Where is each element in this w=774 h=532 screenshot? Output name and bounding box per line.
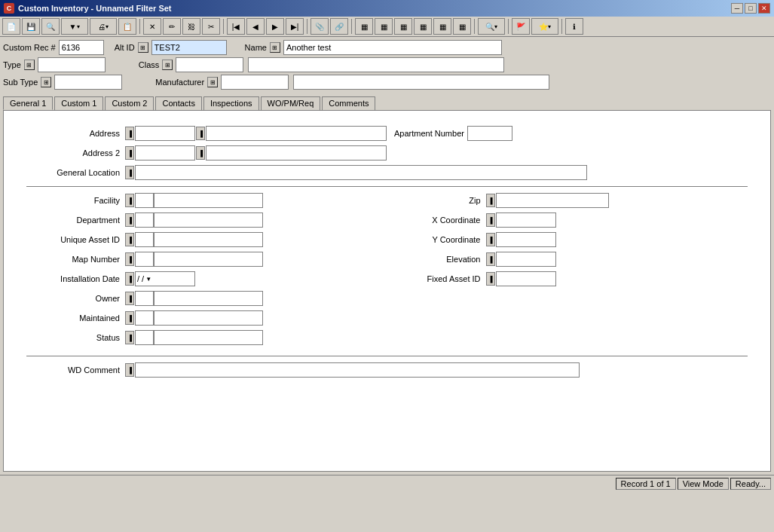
installation-date-icon-btn[interactable]: ▐: [125, 272, 134, 286]
scissors-button[interactable]: ✂: [202, 18, 220, 35]
owner-icon-btn[interactable]: ▐: [125, 292, 134, 305]
general-location-icon-btn[interactable]: ▐: [125, 166, 134, 179]
fixed-asset-icon-btn[interactable]: ▐: [486, 272, 495, 286]
x-coord-icon-btn[interactable]: ▐: [486, 213, 495, 227]
general-location-input[interactable]: [135, 165, 587, 180]
print-button[interactable]: 🖨 ▾: [90, 18, 117, 35]
address2-row: Address 2 ▐ ▐: [26, 145, 748, 161]
unique-asset-id-input2[interactable]: [154, 232, 263, 247]
owner-input1[interactable]: [135, 291, 154, 306]
unique-asset-icon-btn[interactable]: ▐: [125, 233, 134, 246]
manufacturer-push-btn[interactable]: ⊞: [207, 77, 218, 87]
facility-input2[interactable]: [154, 193, 263, 208]
address2-icon-btn[interactable]: ▐: [125, 146, 134, 160]
facility-input1[interactable]: [135, 193, 154, 208]
zoom-button[interactable]: 🔍 ▾: [478, 18, 505, 35]
edit-button[interactable]: ✏: [163, 18, 181, 35]
department-input1[interactable]: [135, 212, 154, 228]
grid3-button[interactable]: ▦: [394, 18, 412, 35]
nav-first-button[interactable]: |◀: [227, 18, 245, 35]
y-coord-icon-btn[interactable]: ▐: [486, 233, 495, 246]
status-input1[interactable]: [135, 330, 154, 345]
address2-input[interactable]: [135, 145, 195, 161]
tab-general1[interactable]: General 1: [3, 96, 53, 110]
elevation-input[interactable]: [496, 252, 556, 267]
type-input[interactable]: [38, 57, 106, 72]
attach-button[interactable]: 📎: [311, 18, 329, 35]
class-input[interactable]: [176, 57, 243, 72]
map-number-input1[interactable]: [135, 252, 154, 267]
department-input2[interactable]: [154, 212, 263, 228]
grid1-button[interactable]: ▦: [355, 18, 373, 35]
star-button[interactable]: ⭐ ▾: [531, 18, 558, 35]
flag-button[interactable]: 🚩: [512, 18, 530, 35]
elevation-icon-btn[interactable]: ▐: [486, 252, 495, 266]
address-input1[interactable]: [135, 126, 195, 141]
y-coord-input[interactable]: [496, 232, 556, 247]
tab-wo-pm-req[interactable]: WO/PM/Req: [261, 96, 321, 110]
maintained-input2[interactable]: [154, 310, 263, 326]
facility-icon-btn[interactable]: ▐: [125, 194, 134, 207]
installation-date-dropdown[interactable]: / / ▼: [135, 271, 195, 286]
minimize-button[interactable]: ─: [731, 3, 743, 14]
x-coord-input[interactable]: [496, 212, 556, 228]
address-icon-btn2[interactable]: ▐: [196, 127, 205, 140]
zip-icon-btn[interactable]: ▐: [486, 194, 495, 207]
name-input[interactable]: [283, 40, 502, 55]
link-button[interactable]: ⛓: [182, 18, 200, 35]
custom-rec-input[interactable]: [59, 40, 104, 55]
class-push-btn[interactable]: ⊞: [162, 60, 173, 70]
status-input2[interactable]: [154, 330, 263, 345]
wd-comment-icon-btn[interactable]: ▐: [125, 363, 134, 377]
owner-input2[interactable]: [154, 291, 263, 306]
map-number-input2[interactable]: [154, 252, 263, 267]
grid2-button[interactable]: ▦: [375, 18, 393, 35]
link2-button[interactable]: 🔗: [330, 18, 348, 35]
nav-next-button[interactable]: ▶: [266, 18, 284, 35]
status-icon-btn[interactable]: ▐: [125, 331, 134, 344]
maintained-icon-btn[interactable]: ▐: [125, 311, 134, 325]
right-column: Zip ▐ X Coordinate ▐ Y Coordinate ▐: [395, 193, 748, 350]
tab-custom2[interactable]: Custom 2: [105, 96, 154, 110]
tab-contacts[interactable]: Contacts: [155, 96, 201, 110]
search-button[interactable]: 🔍: [41, 18, 60, 35]
alt-id-input[interactable]: [151, 40, 227, 55]
maintained-input1[interactable]: [135, 310, 154, 326]
manufacturer-input2[interactable]: [293, 75, 549, 90]
map-number-icon-btn[interactable]: ▐: [125, 252, 134, 266]
restore-button[interactable]: □: [745, 3, 757, 14]
address2-icon-btn2[interactable]: ▐: [196, 146, 205, 160]
grid5-button[interactable]: ▦: [433, 18, 451, 35]
new-button[interactable]: 📄: [2, 18, 20, 35]
wd-comment-label: WD Comment: [26, 365, 124, 375]
save-button[interactable]: 💾: [22, 18, 40, 35]
name-push-btn[interactable]: ⊞: [270, 42, 280, 53]
address-input2[interactable]: [206, 126, 387, 141]
zip-input[interactable]: [496, 193, 609, 208]
tab-inspections[interactable]: Inspections: [203, 96, 259, 110]
filter-button[interactable]: ▼ ▾: [61, 18, 88, 35]
department-icon-btn[interactable]: ▐: [125, 213, 134, 227]
sub-type-input[interactable]: [54, 75, 122, 90]
export-button[interactable]: 📋: [118, 18, 136, 35]
grid4-button[interactable]: ▦: [414, 18, 432, 35]
tab-comments[interactable]: Comments: [322, 96, 375, 110]
unique-asset-id-input1[interactable]: [135, 232, 154, 247]
close-button[interactable]: ✕: [758, 3, 770, 14]
address-icon-btn[interactable]: ▐: [125, 127, 134, 140]
info-button[interactable]: ℹ: [565, 18, 583, 35]
grid6-button[interactable]: ▦: [453, 18, 471, 35]
tab-custom1[interactable]: Custom 1: [54, 96, 103, 110]
sub-type-push-btn[interactable]: ⊞: [41, 77, 51, 87]
class-input2[interactable]: [248, 57, 504, 72]
nav-prev-button[interactable]: ◀: [246, 18, 265, 35]
apartment-number-input[interactable]: [467, 126, 512, 141]
nav-last-button[interactable]: ▶|: [286, 18, 304, 35]
address2-input2[interactable]: [206, 145, 387, 161]
fixed-asset-id-input[interactable]: [496, 271, 556, 286]
alt-id-push-btn[interactable]: ⊞: [138, 42, 148, 53]
wd-comment-input[interactable]: [135, 362, 580, 378]
type-push-btn[interactable]: ⊞: [24, 60, 35, 70]
delete-button[interactable]: ✕: [143, 18, 161, 35]
manufacturer-input[interactable]: [221, 75, 289, 90]
